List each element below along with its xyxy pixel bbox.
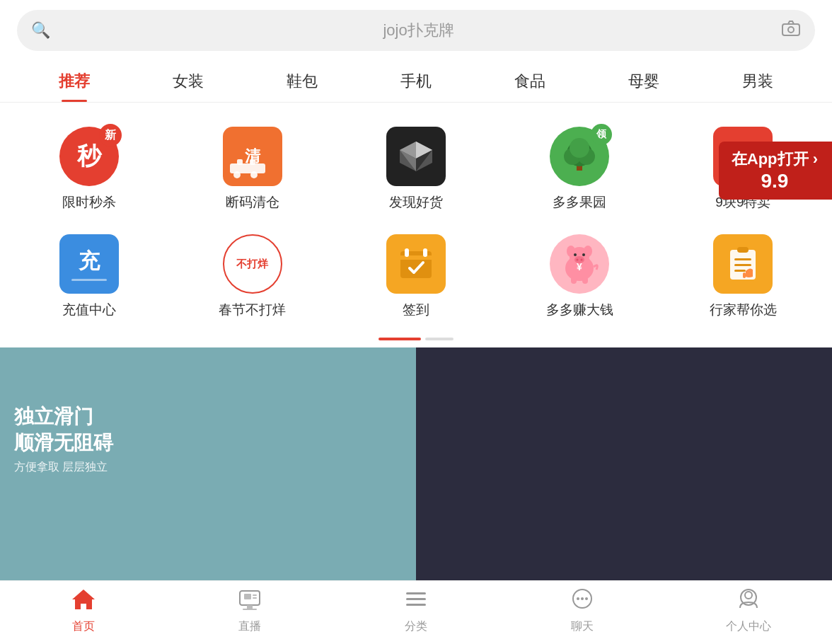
nav-item-shipin[interactable]: 食品	[473, 58, 587, 102]
search-bar[interactable]: 🔍 jojo扑克牌	[17, 10, 815, 51]
app-open-banner[interactable]: 在App打开 › 9.9	[719, 142, 832, 200]
nav-tab-category[interactable]: 分类	[333, 588, 499, 634]
svg-point-16	[570, 138, 589, 158]
svg-point-6	[250, 171, 258, 178]
category-label: 分类	[405, 619, 427, 634]
svg-rect-42	[253, 594, 257, 596]
profile-label: 个人中心	[726, 619, 771, 634]
svg-point-29	[582, 253, 585, 256]
svg-point-51	[581, 597, 584, 600]
svg-rect-38	[743, 272, 746, 278]
seckill-label: 限时秒杀	[62, 193, 116, 212]
nav-tab-chat[interactable]: 聊天	[499, 588, 666, 634]
svg-point-52	[585, 597, 588, 600]
app-banner-top-label: 在App打开 ›	[732, 149, 818, 170]
search-bar-wrap: 🔍 jojo扑克牌	[0, 0, 832, 58]
scroll-indicator	[0, 332, 832, 347]
profile-icon	[736, 588, 761, 616]
topup-label: 充值中心	[62, 301, 116, 319]
icon-earn[interactable]: ¥ 多多赚大钱	[498, 224, 661, 332]
svg-rect-47	[406, 598, 426, 600]
svg-rect-44	[247, 605, 253, 609]
signin-box	[386, 234, 446, 294]
icon-grid-row1: 秒 新 限时秒杀 清 断码清仓	[0, 103, 832, 224]
earn-label: 多多赚大钱	[546, 301, 613, 319]
category-icon	[403, 588, 429, 616]
svg-text:¥: ¥	[577, 261, 582, 272]
svg-rect-30	[571, 277, 577, 284]
discover-label: 发现好货	[389, 193, 443, 212]
scroll-dot-active	[379, 338, 421, 340]
svg-rect-34	[737, 247, 749, 253]
icon-seckill[interactable]: 秒 新 限时秒杀	[7, 117, 171, 224]
svg-point-50	[577, 597, 579, 600]
nav-item-shouji[interactable]: 手机	[359, 58, 473, 102]
svg-rect-19	[405, 248, 409, 257]
svg-rect-45	[243, 609, 257, 610]
svg-rect-36	[734, 264, 751, 266]
nav-item-nvzhuang[interactable]: 女装	[131, 58, 245, 102]
phone-frame: 🔍 jojo扑克牌 推荐 女装 鞋包 手机 食品 母婴 男装 在App打开 › …	[0, 0, 832, 644]
nopile-label: 春节不打烊	[219, 301, 286, 319]
discover-box	[386, 127, 446, 186]
nav-item-nanzhuang[interactable]: 男装	[701, 58, 815, 102]
nav-item-muying[interactable]: 母婴	[587, 58, 701, 102]
nav-item-tuijian[interactable]: 推荐	[17, 58, 131, 102]
icon-garden[interactable]: 领 多多果园	[498, 117, 661, 224]
svg-rect-46	[406, 592, 426, 594]
svg-point-1	[788, 27, 794, 33]
topup-box: 充	[59, 234, 119, 294]
icon-signin[interactable]: 签到	[334, 224, 497, 332]
scroll-dot-inactive	[425, 338, 453, 340]
home-label: 首页	[72, 619, 95, 634]
svg-point-54	[745, 592, 752, 599]
svg-rect-20	[423, 248, 427, 257]
category-nav: 推荐 女装 鞋包 手机 食品 母婴 男装	[0, 58, 832, 103]
clearance-box: 清	[223, 127, 282, 186]
home-icon	[71, 588, 96, 616]
garden-badge: 领	[591, 124, 612, 145]
nav-tab-home[interactable]: 首页	[0, 588, 166, 634]
product-left-subtitle: 方便拿取 层层独立	[14, 460, 113, 475]
nopile-circle: 不打烊	[223, 234, 282, 294]
chat-label: 聊天	[571, 619, 594, 634]
svg-rect-0	[782, 24, 799, 35]
signin-label: 签到	[403, 301, 429, 319]
svg-marker-39	[72, 590, 95, 609]
icon-nopile[interactable]: 不打烊 春节不打烊	[171, 224, 334, 332]
icon-clearance[interactable]: 清 断码清仓	[171, 117, 334, 224]
clearance-label: 断码清仓	[226, 193, 279, 212]
nav-tab-live[interactable]: 直播	[166, 588, 333, 634]
icon-topup[interactable]: 充 充值中心	[7, 224, 171, 332]
expert-box	[713, 234, 773, 294]
chat-icon	[570, 588, 595, 616]
svg-rect-35	[734, 258, 751, 260]
earn-circle: ¥	[550, 234, 609, 294]
live-label: 直播	[238, 619, 261, 634]
search-input[interactable]: jojo扑克牌	[57, 20, 780, 41]
svg-rect-41	[244, 594, 251, 599]
svg-rect-3	[237, 159, 243, 165]
svg-rect-48	[406, 604, 426, 606]
svg-point-28	[574, 253, 577, 256]
svg-rect-31	[582, 277, 588, 284]
bottom-nav: 首页 直播	[0, 580, 832, 644]
svg-rect-43	[253, 597, 257, 599]
app-banner-price-label: 9.9	[732, 170, 818, 192]
nav-tab-profile[interactable]: 个人中心	[666, 588, 832, 634]
svg-point-5	[233, 171, 241, 178]
search-icon: 🔍	[31, 21, 50, 40]
icon-expert[interactable]: 行家帮你选	[661, 224, 825, 332]
seckill-badge: 新	[99, 124, 122, 146]
garden-label: 多多果园	[553, 193, 606, 212]
icon-grid-row2: 充 充值中心 不打烊 春节不打烊 签到	[0, 224, 832, 332]
svg-rect-4	[250, 159, 255, 165]
expert-label: 行家帮你选	[710, 301, 777, 319]
live-icon	[237, 588, 262, 616]
camera-icon[interactable]	[781, 20, 801, 41]
nav-item-xiebao[interactable]: 鞋包	[245, 58, 359, 102]
svg-rect-18	[400, 255, 432, 260]
svg-rect-37	[734, 270, 746, 272]
icon-discover[interactable]: 发现好货	[334, 117, 497, 224]
product-left-title: 独立滑门顺滑无阻碍	[14, 404, 113, 456]
